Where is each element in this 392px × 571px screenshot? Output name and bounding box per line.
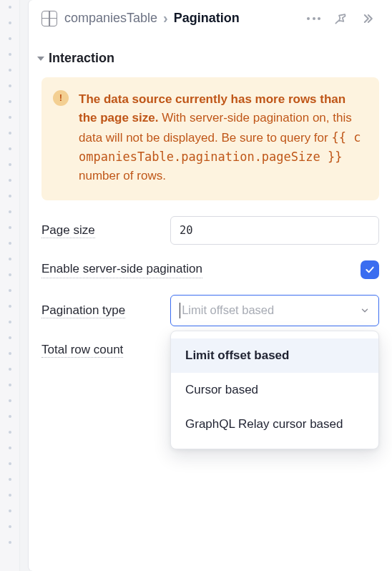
text-cursor [180, 303, 180, 318]
row-pagination-type: Pagination type Limit offset based Limit… [41, 295, 379, 326]
rail-dot [9, 509, 11, 512]
more-icon[interactable] [307, 17, 320, 20]
rail-dot [9, 305, 11, 308]
alert-body-suffix: number of rows. [79, 169, 166, 182]
breadcrumb-root[interactable]: companiesTable [64, 11, 157, 26]
rail-dot [9, 446, 11, 449]
rail-dot [9, 100, 11, 103]
page-size-label: Page size [41, 223, 95, 238]
rail-dot [9, 258, 11, 260]
chevron-right-icon: › [163, 10, 168, 26]
dropdown-option[interactable]: GraphQL Relay cursor based [171, 407, 378, 441]
rail-dot [9, 116, 11, 119]
rail-dot [9, 163, 11, 166]
inspector-panel: companiesTable › Pagination Interaction … [29, 0, 392, 571]
pagination-type-select[interactable]: Limit offset based [170, 295, 379, 326]
total-row-count-label: Total row count [41, 343, 123, 358]
rail-dot [9, 226, 11, 229]
header-actions [307, 11, 379, 26]
dropdown-option[interactable]: Cursor based [171, 373, 378, 407]
dropdown-option[interactable]: Limit offset based [171, 338, 378, 373]
breadcrumb: companiesTable › Pagination [64, 10, 300, 26]
pin-icon[interactable] [333, 11, 348, 26]
chevrons-right-icon[interactable] [361, 11, 375, 26]
rail-dot [9, 399, 11, 402]
rail-dot [9, 431, 11, 434]
left-rail [0, 0, 20, 571]
pagination-type-placeholder: Limit offset based [182, 303, 274, 317]
table-icon [41, 11, 57, 26]
rail-dot [9, 525, 11, 528]
collapse-caret-icon [37, 57, 44, 61]
pagination-type-label: Pagination type [41, 303, 125, 318]
pagination-type-dropdown: Limit offset based Cursor based GraphQL … [170, 331, 379, 449]
rail-dot [9, 147, 11, 150]
rail-dot [9, 384, 11, 386]
rail-dot [9, 69, 11, 72]
rail-dot [9, 494, 11, 497]
rail-dot [9, 352, 11, 355]
breadcrumb-current: Pagination [174, 11, 240, 26]
chevron-down-icon [360, 306, 370, 316]
rail-dot [9, 478, 11, 481]
rail-dot [9, 415, 11, 418]
rail-dot [9, 242, 11, 245]
section-header[interactable]: Interaction [29, 36, 392, 77]
rail-dot [9, 210, 11, 213]
rail-dot [9, 273, 11, 276]
section-title: Interaction [49, 51, 114, 66]
rail-dot [9, 6, 11, 9]
warning-alert: ! The data source currently has more row… [41, 77, 379, 200]
page-size-input[interactable] [170, 216, 379, 245]
rail-dot [9, 289, 11, 292]
rail-dot [9, 541, 11, 544]
rail-dot [9, 132, 11, 135]
server-side-label: Enable server-side pagination [41, 261, 202, 278]
rail-dot [9, 462, 11, 465]
rail-dot [9, 321, 11, 323]
row-page-size: Page size [41, 216, 379, 245]
panel-header: companiesTable › Pagination [29, 0, 392, 36]
rail-dot [9, 336, 11, 339]
warning-icon: ! [53, 90, 69, 106]
rail-dot [9, 84, 11, 87]
form: Page size Enable server-side pagination … [29, 213, 392, 361]
rail-dot [9, 179, 11, 182]
rail-dot [9, 21, 11, 24]
server-side-checkbox[interactable] [361, 260, 379, 279]
rail-dot [9, 53, 11, 56]
row-server-side: Enable server-side pagination [41, 260, 379, 279]
rail-dot [9, 37, 11, 40]
rail-dot [9, 195, 11, 197]
rail-dot [9, 368, 11, 371]
